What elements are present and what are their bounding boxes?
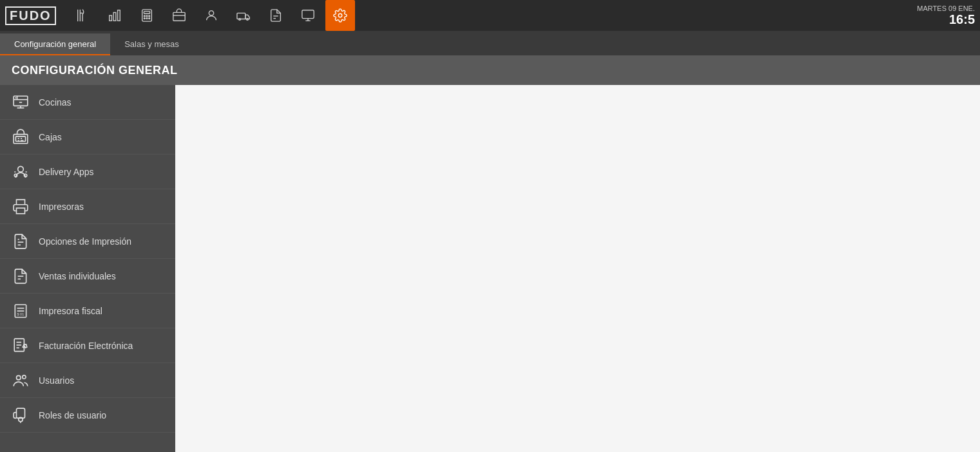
app-logo: FUDO	[5, 6, 56, 25]
users-sidebar-icon	[12, 372, 30, 390]
svg-rect-22	[302, 10, 314, 19]
sidebar-item-usuarios[interactable]: Usuarios	[0, 363, 175, 398]
main-layout: Cocinas Cajas	[0, 85, 980, 452]
sidebar-item-roles-usuario[interactable]: Roles de usuario	[0, 398, 175, 433]
sidebar-item-label: Impresoras	[39, 202, 84, 212]
nav-monitor-btn[interactable]	[293, 0, 323, 31]
svg-point-13	[148, 18, 149, 19]
sidebar-item-impresoras[interactable]: Impresoras	[0, 189, 175, 224]
roles-icon	[12, 406, 30, 424]
sidebar-item-delivery-apps[interactable]: Delivery Apps	[0, 155, 175, 189]
nav-delivery-btn[interactable]	[229, 0, 258, 31]
clock: MARTES 09 ENE. 16:5	[917, 5, 975, 26]
sidebar-item-label: Impresora fiscal	[39, 306, 102, 316]
svg-rect-59	[17, 408, 25, 418]
delivery-apps-icon	[12, 163, 30, 181]
svg-point-8	[144, 15, 145, 17]
nav-menu-btn[interactable]	[68, 0, 97, 31]
nav-calculator-btn[interactable]	[132, 0, 162, 31]
sidebar-item-opciones-impresion[interactable]: Opciones de Impresión	[0, 224, 175, 259]
sidebar-item-label: Cocinas	[39, 97, 72, 108]
svg-rect-5	[117, 10, 120, 21]
svg-text:1: 1	[22, 312, 24, 315]
nav-users-btn[interactable]	[197, 0, 226, 31]
sidebar-item-label: Ventas individuales	[39, 271, 116, 281]
tab-salas-y-mesas[interactable]: Salas y mesas	[110, 33, 193, 55]
page-title: CONFIGURACIÓN GENERAL	[12, 64, 178, 77]
kitchen-icon	[12, 93, 30, 111]
sidebar-item-label: Opciones de Impresión	[39, 236, 131, 247]
page-title-bar: CONFIGURACIÓN GENERAL	[0, 55, 980, 85]
print-options-icon	[12, 232, 30, 250]
svg-rect-17	[237, 13, 245, 19]
sidebar-item-impresora-fiscal[interactable]: $ 0 1 Impresora fiscal	[0, 294, 175, 328]
sidebar: Cocinas Cajas	[0, 85, 175, 452]
svg-rect-4	[113, 12, 116, 21]
svg-point-11	[144, 18, 145, 19]
top-nav: FUDO	[0, 0, 980, 31]
content-area	[175, 85, 980, 452]
svg-rect-3	[109, 15, 111, 21]
svg-point-57	[17, 375, 21, 380]
svg-rect-14	[173, 12, 185, 21]
fiscal-printer-icon: $ 0 1	[12, 302, 30, 320]
tab-configuracion-general[interactable]: Configuración general	[0, 33, 110, 55]
nav-products-btn[interactable]	[164, 0, 194, 31]
svg-point-12	[146, 18, 148, 19]
nav-settings-btn[interactable]	[325, 0, 355, 31]
svg-point-10	[148, 15, 149, 17]
svg-rect-42	[17, 208, 25, 214]
cash-register-icon	[12, 128, 30, 146]
tab-bar: Configuración general Salas y mesas	[0, 31, 980, 55]
nav-reports-btn[interactable]	[100, 0, 130, 31]
svg-text:$: $	[17, 312, 19, 315]
sidebar-item-ventas-individuales[interactable]: Ventas individuales	[0, 259, 175, 294]
nav-icons	[68, 0, 918, 31]
sidebar-item-cocinas[interactable]: Cocinas	[0, 85, 175, 120]
svg-rect-7	[144, 12, 149, 14]
sidebar-item-label: Cajas	[39, 132, 62, 142]
individual-sales-icon	[12, 267, 30, 285]
printer-icon	[12, 198, 30, 216]
sidebar-item-label: Roles de usuario	[39, 410, 106, 420]
svg-point-39	[18, 166, 24, 172]
svg-point-25	[338, 14, 342, 17]
sidebar-item-label: Facturación Electrónica	[39, 341, 133, 351]
svg-point-58	[23, 375, 26, 378]
svg-point-16	[209, 11, 213, 15]
sidebar-item-facturacion-electronica[interactable]: Facturación Electrónica	[0, 328, 175, 363]
svg-point-9	[146, 15, 148, 17]
svg-point-29	[15, 97, 16, 98]
sidebar-item-label: Delivery Apps	[39, 167, 94, 177]
nav-documents-btn[interactable]	[261, 0, 291, 31]
e-invoice-icon	[12, 337, 30, 355]
sidebar-item-label: Usuarios	[39, 375, 74, 386]
sidebar-item-cajas[interactable]: Cajas	[0, 120, 175, 155]
